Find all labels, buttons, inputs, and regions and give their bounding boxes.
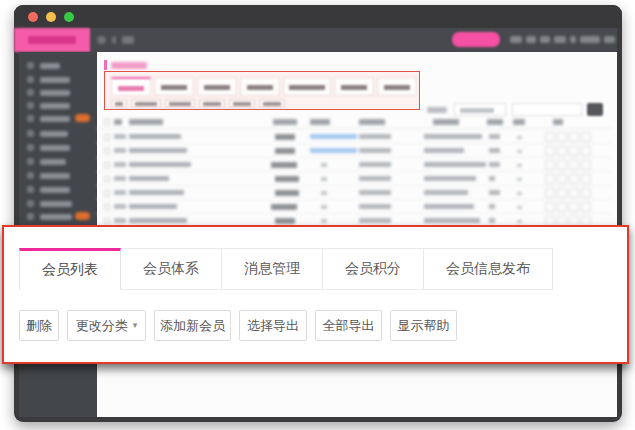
- row-action-icon[interactable]: [557, 202, 567, 212]
- row-action-icon[interactable]: [581, 188, 591, 198]
- row-checkbox[interactable]: [104, 134, 110, 140]
- caret-down-icon: ▾: [133, 321, 138, 330]
- maximize-window-button[interactable]: [64, 12, 74, 22]
- tab-message-management[interactable]: 消息管理: [221, 248, 323, 290]
- header-menu-item[interactable]: [540, 36, 550, 43]
- row-checkbox[interactable]: [104, 218, 110, 224]
- member-tabs: 会员列表 会员体系 消息管理 会员积分 会员信息发布: [19, 248, 553, 290]
- button-label: 更改分类: [76, 317, 128, 335]
- blurred-tab[interactable]: [197, 77, 237, 96]
- refresh-icon[interactable]: [122, 36, 134, 44]
- notification-badge: [75, 114, 90, 122]
- select-all-checkbox[interactable]: [104, 119, 110, 125]
- row-action-icon[interactable]: [569, 202, 579, 212]
- row-action-icon[interactable]: [545, 202, 555, 212]
- header-menu-item[interactable]: [554, 36, 566, 43]
- filter-select[interactable]: [454, 103, 506, 116]
- row-checkbox[interactable]: [104, 190, 110, 196]
- blurred-button[interactable]: [259, 99, 285, 108]
- row-checkbox[interactable]: [104, 162, 110, 168]
- blurred-button[interactable]: [165, 99, 195, 108]
- row-action-icon[interactable]: [557, 132, 567, 142]
- sidebar-item[interactable]: [19, 74, 97, 85]
- tab-member-info-publish[interactable]: 会员信息发布: [423, 248, 553, 290]
- email-link[interactable]: [310, 148, 357, 153]
- export-all-button[interactable]: 全部导出: [315, 310, 382, 341]
- page-title: [111, 62, 147, 69]
- blurred-tab[interactable]: [334, 77, 374, 96]
- sidebar-item-active[interactable]: [19, 113, 97, 124]
- row-action-icon[interactable]: [581, 174, 591, 184]
- blurred-tab[interactable]: [111, 77, 151, 96]
- row-action-icon[interactable]: [557, 146, 567, 156]
- row-checkbox[interactable]: [104, 204, 110, 210]
- row-action-icon[interactable]: [569, 132, 579, 142]
- row-action-icon[interactable]: [569, 174, 579, 184]
- sidebar-item[interactable]: [19, 142, 97, 153]
- sidebar-item[interactable]: [19, 184, 97, 195]
- show-help-button[interactable]: 显示帮助: [390, 310, 457, 341]
- button-label: 全部导出: [323, 317, 375, 335]
- search-input[interactable]: [512, 103, 582, 116]
- sidebar-item[interactable]: [19, 156, 97, 167]
- blurred-button[interactable]: [229, 99, 255, 108]
- table-row[interactable]: [97, 200, 612, 214]
- blurred-tab[interactable]: [154, 77, 194, 96]
- button-label: 显示帮助: [398, 317, 450, 335]
- row-action-icon[interactable]: [581, 202, 591, 212]
- row-action-icon[interactable]: [545, 160, 555, 170]
- row-checkbox[interactable]: [104, 148, 110, 154]
- header-menu-item[interactable]: [526, 36, 536, 43]
- row-action-icon[interactable]: [545, 174, 555, 184]
- table-row[interactable]: [97, 144, 612, 158]
- sidebar-item[interactable]: [19, 100, 97, 111]
- email-link[interactable]: [310, 134, 357, 139]
- row-action-icon[interactable]: [581, 132, 591, 142]
- table-row[interactable]: [97, 172, 612, 186]
- change-category-button[interactable]: 更改分类▾: [67, 310, 146, 341]
- header-menu-item[interactable]: [570, 36, 576, 43]
- header-action-button[interactable]: [452, 32, 500, 47]
- row-checkbox[interactable]: [104, 176, 110, 182]
- sidebar-item[interactable]: [19, 198, 97, 209]
- export-selected-button[interactable]: 选择导出: [239, 310, 307, 341]
- sidebar-item[interactable]: [19, 87, 97, 98]
- blurred-button[interactable]: [111, 99, 127, 108]
- blurred-button[interactable]: [199, 99, 225, 108]
- blurred-button[interactable]: [131, 99, 161, 108]
- table-row[interactable]: [97, 186, 612, 200]
- tab-member-system[interactable]: 会员体系: [120, 248, 222, 290]
- row-action-icon[interactable]: [545, 132, 555, 142]
- minimize-window-button[interactable]: [46, 12, 56, 22]
- row-action-icon[interactable]: [557, 174, 567, 184]
- table-row[interactable]: [97, 130, 612, 144]
- app-logo[interactable]: [14, 28, 90, 52]
- row-action-icon[interactable]: [569, 160, 579, 170]
- row-action-icon[interactable]: [569, 188, 579, 198]
- sidebar-item[interactable]: [19, 211, 97, 222]
- row-action-icon[interactable]: [581, 160, 591, 170]
- blurred-tab[interactable]: [377, 77, 417, 96]
- header-menu-item[interactable]: [580, 36, 600, 43]
- sidebar-item[interactable]: [19, 170, 97, 181]
- tab-member-list[interactable]: 会员列表: [19, 248, 121, 290]
- search-button[interactable]: [587, 103, 603, 116]
- tab-member-points[interactable]: 会员积分: [322, 248, 424, 290]
- add-member-button[interactable]: 添加新会员: [154, 310, 231, 341]
- blurred-tab[interactable]: [240, 77, 280, 96]
- row-action-icon[interactable]: [557, 160, 567, 170]
- row-action-icon[interactable]: [545, 188, 555, 198]
- menu-toggle-icon[interactable]: [97, 36, 106, 44]
- sidebar-item[interactable]: [19, 60, 97, 71]
- blurred-tab[interactable]: [283, 77, 331, 96]
- table-row[interactable]: [97, 158, 612, 172]
- row-action-icon[interactable]: [581, 146, 591, 156]
- delete-button[interactable]: 删除: [19, 310, 59, 341]
- sidebar-item[interactable]: [19, 128, 97, 139]
- row-action-icon[interactable]: [545, 146, 555, 156]
- row-action-icon[interactable]: [569, 146, 579, 156]
- header-menu-item[interactable]: [604, 36, 615, 43]
- close-window-button[interactable]: [28, 12, 38, 22]
- row-action-icon[interactable]: [557, 188, 567, 198]
- header-menu-item[interactable]: [510, 36, 522, 43]
